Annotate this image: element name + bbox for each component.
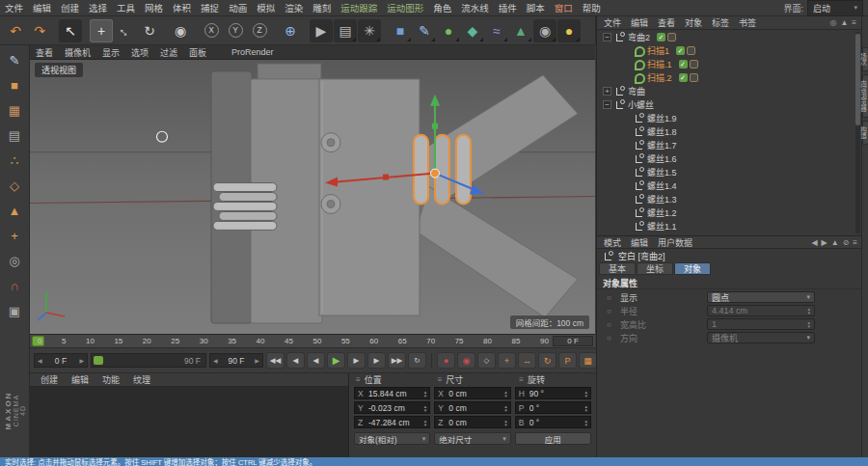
prev-key-button[interactable]: ◀ xyxy=(286,352,305,369)
spinner-arrows[interactable] xyxy=(424,404,427,412)
column-menu-icon[interactable]: ≡ xyxy=(438,375,443,384)
material-menu-item[interactable]: 创建 xyxy=(34,373,65,386)
loop-button[interactable]: ↻ xyxy=(408,352,426,369)
property-control[interactable]: 4.414 cm xyxy=(707,305,815,316)
arrow-up-icon[interactable]: ▲ xyxy=(831,238,839,247)
object-manager-menu-item[interactable]: 标签 xyxy=(707,16,734,29)
menu-item[interactable]: 捕捉 xyxy=(196,1,224,14)
record-rotation-button[interactable]: ↻ xyxy=(538,352,556,369)
attribute-menu-item[interactable]: 用户数据 xyxy=(653,236,697,249)
coordinate-field[interactable]: B 0 ° xyxy=(515,416,591,428)
cube-primitive-icon[interactable]: ■ xyxy=(389,19,412,42)
frame-range-slider[interactable]: 90 F xyxy=(91,353,206,368)
polygons-mode-icon[interactable]: ▲ xyxy=(3,199,26,222)
spinner-arrows[interactable] xyxy=(504,404,507,412)
coordinate-field[interactable]: Z 0 cm xyxy=(434,416,510,428)
spinner-arrows[interactable] xyxy=(504,419,507,426)
nav-back-icon[interactable]: ◀ xyxy=(811,238,817,247)
workplane-mode-icon[interactable]: ▤ xyxy=(3,123,26,147)
record-position-button[interactable]: + xyxy=(498,352,516,369)
viewport[interactable]: 透视视图 网格间距：100 cm xyxy=(30,60,595,335)
deformer-icon[interactable]: ≈ xyxy=(485,19,508,42)
menu-item[interactable]: 脚本 xyxy=(522,1,550,14)
lock-workplane-icon[interactable]: ▣ xyxy=(3,299,26,322)
timeline-ruler[interactable]: 051015202530354045505560657075808590 0 F xyxy=(30,335,595,348)
menu-item[interactable]: 选择 xyxy=(84,1,112,14)
material-menu-item[interactable]: 编辑 xyxy=(65,373,95,386)
record-pla-button[interactable]: ▦ xyxy=(579,352,597,369)
docked-panel-tab[interactable]: 内容浏览器 xyxy=(862,74,868,118)
object-row[interactable]: 螺丝1.5 xyxy=(597,165,862,178)
apply-button[interactable]: 应用 xyxy=(515,432,591,445)
object-row[interactable]: 螺丝1.1 xyxy=(597,219,862,233)
material-menu-item[interactable]: 纹理 xyxy=(126,373,157,386)
viewport-name-label[interactable]: 透视视图 xyxy=(35,63,83,77)
expander-icon[interactable]: − xyxy=(603,33,611,41)
coordinate-field[interactable]: X 15.844 cm xyxy=(354,387,430,399)
live-selection-icon[interactable]: ↖ xyxy=(59,19,82,42)
light-icon[interactable]: ● xyxy=(557,19,581,42)
viewport-menu-item[interactable]: 面板 xyxy=(183,46,212,59)
last-tool-icon[interactable]: ◉ xyxy=(169,19,192,42)
viewport-menu-item[interactable]: 选项 xyxy=(125,46,154,59)
object-row[interactable]: 螺丝1.8 xyxy=(597,124,862,138)
object-manager-menu-item[interactable]: 编辑 xyxy=(626,16,653,29)
menu-item[interactable]: 文件 xyxy=(0,1,28,14)
coordinate-field[interactable]: P 0 ° xyxy=(515,401,591,414)
slider-knob[interactable] xyxy=(94,356,103,365)
menu-item[interactable]: 创建 xyxy=(56,1,84,14)
spinner-arrows[interactable] xyxy=(424,419,427,426)
docked-panel-tab[interactable]: 构造 xyxy=(862,121,868,145)
object-manager-menu-item[interactable]: 文件 xyxy=(599,16,626,29)
object-row[interactable]: 扫描.1 xyxy=(597,57,862,70)
docked-panel-tab[interactable]: 场次 xyxy=(862,47,868,71)
panel-menu-icon[interactable]: ≡ xyxy=(853,238,857,247)
object-row[interactable]: − 弯曲2 xyxy=(597,30,862,43)
viewport-solo-icon[interactable]: ◎ xyxy=(3,249,26,272)
record-parameter-button[interactable]: P xyxy=(558,352,577,369)
viewport-menu-item[interactable]: 查看 xyxy=(30,46,59,59)
spinner-arrows[interactable] xyxy=(584,404,587,412)
make-editable-icon[interactable]: ✎ xyxy=(3,48,26,71)
material-manager[interactable]: 创建编辑功能纹理 xyxy=(30,373,349,457)
property-control[interactable]: 圆点 xyxy=(707,291,815,303)
object-row[interactable]: − 小螺丝 xyxy=(597,97,862,111)
menu-item[interactable]: 体积 xyxy=(168,1,196,14)
object-manager-menu-item[interactable]: 查看 xyxy=(653,16,680,29)
goto-end-button[interactable]: ▶▶ xyxy=(388,352,406,369)
render-picture-viewer-icon[interactable]: ▤ xyxy=(334,19,357,42)
next-frame-button[interactable]: ▶ xyxy=(347,352,366,369)
lock-y-axis-icon[interactable]: Y xyxy=(224,19,247,42)
menu-item[interactable]: 编辑 xyxy=(28,1,56,14)
attribute-tab[interactable]: 坐标 xyxy=(637,262,673,275)
start-frame-field[interactable]: 0 F xyxy=(34,353,88,368)
nav-forward-icon[interactable]: ▶ xyxy=(822,238,827,247)
attribute-tab[interactable]: 对象 xyxy=(674,262,711,275)
keyframe-dot-icon[interactable] xyxy=(607,307,616,315)
snap-icon[interactable]: ∩ xyxy=(3,274,26,297)
coordinate-field[interactable]: Z -47.284 cm xyxy=(354,416,430,428)
menu-item[interactable]: 插件 xyxy=(494,1,522,14)
menu-item[interactable]: 网格 xyxy=(140,1,168,14)
spring-coils[interactable] xyxy=(213,183,277,231)
menu-item[interactable]: 工具 xyxy=(112,1,140,14)
play-button[interactable]: ▶ xyxy=(327,352,345,369)
lock-z-axis-icon[interactable]: Z xyxy=(248,19,271,42)
record-keyframe-button[interactable]: ● xyxy=(437,352,455,369)
menu-item[interactable]: 流水线 xyxy=(456,1,494,14)
spinner-arrows[interactable] xyxy=(584,419,587,426)
scale-tool-icon[interactable]: ↔ xyxy=(114,19,137,42)
scroll-to-top-icon[interactable]: ▲ xyxy=(840,18,848,27)
3d-model[interactable] xyxy=(211,64,578,323)
object-row[interactable]: 螺丝1.6 xyxy=(597,151,862,165)
property-control[interactable]: 摄像机 xyxy=(707,332,815,343)
enable-axis-icon[interactable]: + xyxy=(3,224,26,247)
record-scale-button[interactable]: ↔ xyxy=(518,352,536,369)
spinner-arrows[interactable] xyxy=(504,390,507,397)
menu-item[interactable]: 窗口 xyxy=(550,1,578,14)
viewport-canvas[interactable] xyxy=(30,60,595,334)
prev-frame-button[interactable]: ◀ xyxy=(307,352,325,369)
menu-item[interactable]: 帮助 xyxy=(578,1,606,14)
enabled-check-icon[interactable] xyxy=(676,46,685,55)
menu-item[interactable]: 角色 xyxy=(428,1,456,14)
